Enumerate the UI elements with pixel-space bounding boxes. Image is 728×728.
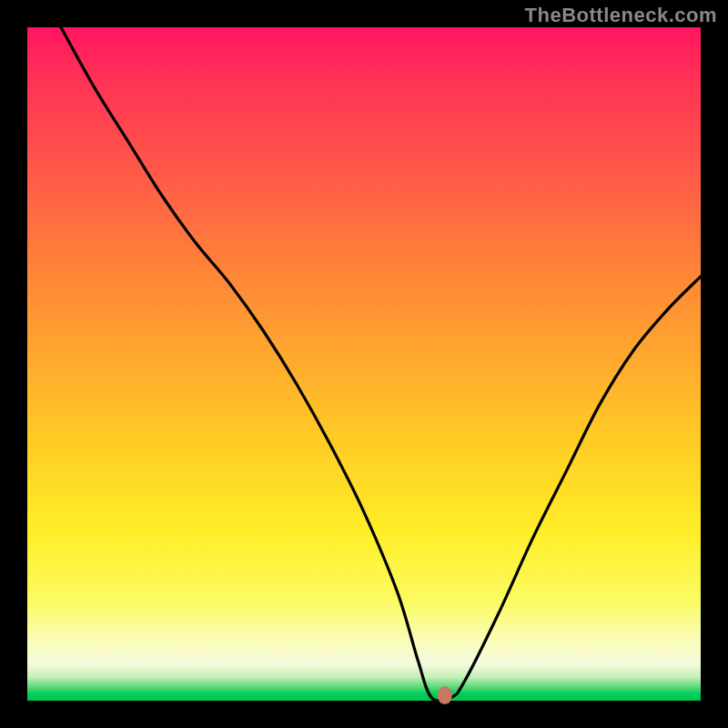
bottleneck-curve <box>61 27 701 701</box>
plot-area <box>27 27 701 701</box>
optimum-marker <box>438 686 452 704</box>
chart-frame: TheBottleneck.com <box>0 0 728 728</box>
curve-layer <box>27 27 701 701</box>
watermark-text: TheBottleneck.com <box>525 4 717 27</box>
